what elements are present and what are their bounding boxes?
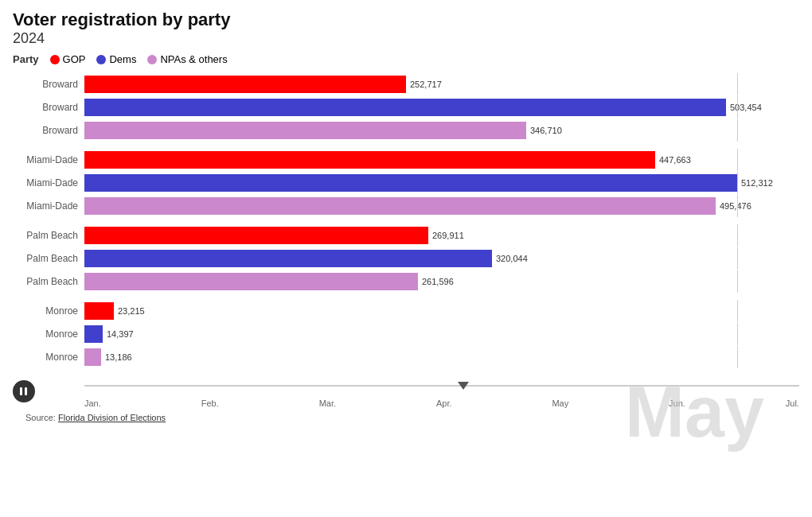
bar-value-label: 14,397 xyxy=(107,329,134,339)
pause-icon xyxy=(20,387,28,396)
y-label: Broward xyxy=(13,102,84,113)
bar-dems xyxy=(84,174,737,192)
bar-value-label: 512,312 xyxy=(741,178,773,188)
chart-subtitle: 2024 xyxy=(13,30,799,47)
bar-dems xyxy=(84,250,492,267)
timeline-marker xyxy=(458,382,469,390)
npas-dot xyxy=(147,55,157,64)
bar-value-label: 447,663 xyxy=(659,155,691,165)
chart-title: Voter registration by party xyxy=(13,10,799,30)
reference-line xyxy=(737,172,738,194)
legend-dems-label: Dems xyxy=(109,53,136,65)
bar-row: Monroe13,186 xyxy=(13,346,799,368)
timeline-jul: Jul. xyxy=(786,398,799,408)
y-label: Miami-Dade xyxy=(13,177,84,189)
y-label: Palm Beach xyxy=(13,276,84,287)
bar-npas xyxy=(84,348,101,366)
bar-row: Palm Beach261,596 xyxy=(13,270,799,293)
bar-value-label: 503,454 xyxy=(730,103,762,112)
bar-value-label: 252,717 xyxy=(410,80,442,89)
bar-row: Monroe14,397 xyxy=(13,323,799,345)
legend-gop-label: GOP xyxy=(63,53,86,65)
bar-row: Palm Beach269,911 xyxy=(13,224,799,247)
bar-value-label: 23,215 xyxy=(118,306,145,316)
y-label: Monroe xyxy=(13,328,84,340)
bar-gop xyxy=(84,227,428,244)
bar-value-label: 346,710 xyxy=(530,126,562,135)
bar-value-label: 261,596 xyxy=(422,277,454,286)
timeline-jun: Jun. xyxy=(669,398,685,408)
reference-line xyxy=(737,300,738,322)
y-label: Broward xyxy=(13,125,84,136)
bar-row: Miami-Dade512,312 xyxy=(13,172,799,194)
bar-npas xyxy=(84,197,716,215)
bar-row: Broward503,454 xyxy=(13,96,799,119)
bar-row: Miami-Dade495,476 xyxy=(13,195,799,217)
timeline-line xyxy=(84,385,799,387)
legend-npas-label: NPAs & others xyxy=(160,53,227,65)
pause-button[interactable] xyxy=(13,380,35,402)
bar-row: Broward346,710 xyxy=(13,119,799,142)
bar-gop xyxy=(84,151,655,169)
y-label: Monroe xyxy=(13,305,84,317)
bar-row: Palm Beach320,044 xyxy=(13,247,799,270)
y-label: Miami-Dade xyxy=(13,154,84,165)
reference-line xyxy=(737,346,738,368)
y-label: Monroe xyxy=(13,352,84,363)
bar-value-label: 13,186 xyxy=(105,352,132,362)
legend-npas: NPAs & others xyxy=(147,53,227,65)
bar-dems xyxy=(84,325,103,343)
y-label: Broward xyxy=(13,79,84,90)
source-line: Source: Florida Division of Elections xyxy=(13,413,799,422)
reference-line xyxy=(737,119,738,142)
bar-row: Miami-Dade447,663 xyxy=(13,149,799,171)
y-label: Palm Beach xyxy=(13,230,84,241)
bar-value-label: 320,044 xyxy=(496,254,528,263)
bar-gop xyxy=(84,76,406,93)
legend-label: Party xyxy=(13,53,39,65)
timeline-apr: Apr. xyxy=(436,398,452,408)
legend-dems: Dems xyxy=(96,53,136,65)
timeline-jan: Jan. xyxy=(84,398,101,408)
timeline-labels: Jan. Feb. Mar. Apr. May Jun. Jul. xyxy=(84,398,799,408)
bar-npas xyxy=(84,122,526,139)
timeline-mar: Mar. xyxy=(319,398,336,408)
bar-dems xyxy=(84,99,726,116)
reference-line xyxy=(737,247,738,270)
reference-line xyxy=(737,224,738,247)
bar-value-label: 495,476 xyxy=(720,201,751,211)
bar-npas xyxy=(84,273,418,290)
reference-line xyxy=(737,73,738,95)
source-link[interactable]: Florida Division of Elections xyxy=(58,413,166,422)
legend-gop: GOP xyxy=(50,53,86,65)
bar-value-label: 269,911 xyxy=(432,231,464,240)
bar-row: Monroe23,215 xyxy=(13,300,799,322)
reference-line xyxy=(737,323,738,345)
gop-dot xyxy=(50,55,60,64)
timeline-feb: Feb. xyxy=(201,398,219,408)
dems-dot xyxy=(96,55,106,64)
bar-gop xyxy=(84,302,114,320)
reference-line xyxy=(737,270,738,293)
y-label: Miami-Dade xyxy=(13,200,84,212)
timeline-may: May xyxy=(552,398,568,408)
bar-row: Broward252,717 xyxy=(13,73,799,95)
reference-line xyxy=(737,149,738,171)
y-label: Palm Beach xyxy=(13,253,84,264)
